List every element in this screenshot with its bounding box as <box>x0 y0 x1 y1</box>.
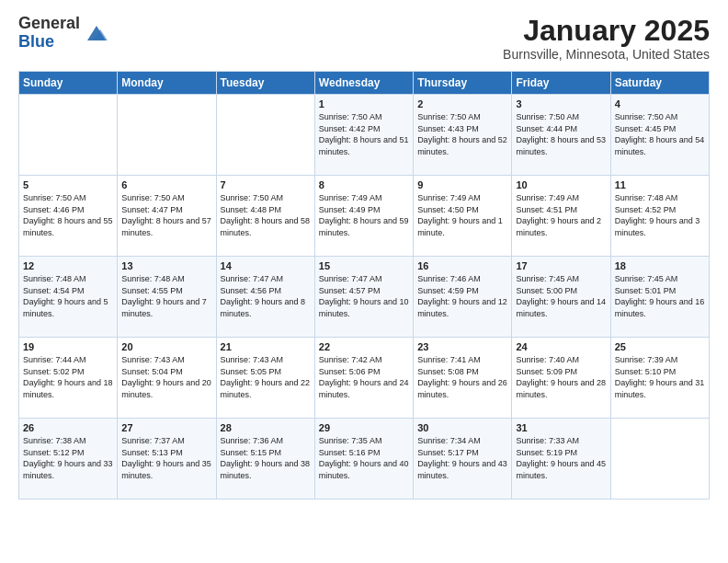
day-cell: 11Sunrise: 7:48 AM Sunset: 4:52 PM Dayli… <box>610 176 709 257</box>
day-number: 6 <box>121 179 211 190</box>
day-cell: 29Sunrise: 7:35 AM Sunset: 5:16 PM Dayli… <box>314 419 413 500</box>
week-row-1: 5Sunrise: 7:50 AM Sunset: 4:46 PM Daylig… <box>19 176 710 257</box>
day-cell <box>118 95 216 176</box>
day-cell: 13Sunrise: 7:48 AM Sunset: 4:55 PM Dayli… <box>118 257 216 338</box>
col-thursday: Thursday <box>414 72 512 95</box>
day-cell: 17Sunrise: 7:45 AM Sunset: 5:00 PM Dayli… <box>512 257 610 338</box>
day-number: 7 <box>221 179 311 190</box>
day-number: 14 <box>221 260 311 271</box>
day-cell: 14Sunrise: 7:47 AM Sunset: 4:56 PM Dayli… <box>216 257 314 338</box>
day-number: 19 <box>23 341 113 352</box>
day-info: Sunrise: 7:50 AM Sunset: 4:48 PM Dayligh… <box>221 192 311 238</box>
day-info: Sunrise: 7:49 AM Sunset: 4:51 PM Dayligh… <box>516 192 606 238</box>
day-info: Sunrise: 7:42 AM Sunset: 5:06 PM Dayligh… <box>319 354 409 400</box>
day-info: Sunrise: 7:48 AM Sunset: 4:52 PM Dayligh… <box>615 192 705 238</box>
col-saturday: Saturday <box>610 72 709 95</box>
day-number: 12 <box>23 260 113 271</box>
header-row: Sunday Monday Tuesday Wednesday Thursday… <box>19 72 710 95</box>
day-info: Sunrise: 7:47 AM Sunset: 4:57 PM Dayligh… <box>319 273 409 319</box>
day-cell: 3Sunrise: 7:50 AM Sunset: 4:44 PM Daylig… <box>512 95 610 176</box>
col-wednesday: Wednesday <box>314 72 413 95</box>
day-info: Sunrise: 7:48 AM Sunset: 4:55 PM Dayligh… <box>121 273 211 319</box>
week-row-0: 1Sunrise: 7:50 AM Sunset: 4:42 PM Daylig… <box>19 95 710 176</box>
logo-text: General Blue <box>18 15 80 52</box>
day-info: Sunrise: 7:47 AM Sunset: 4:56 PM Dayligh… <box>221 273 311 319</box>
day-info: Sunrise: 7:46 AM Sunset: 4:59 PM Dayligh… <box>417 273 507 319</box>
day-info: Sunrise: 7:49 AM Sunset: 4:49 PM Dayligh… <box>319 192 409 238</box>
calendar-header: Sunday Monday Tuesday Wednesday Thursday… <box>19 72 710 95</box>
day-number: 4 <box>615 98 705 109</box>
page-container: General Blue January 2025 Burnsville, Mi… <box>0 0 728 509</box>
day-info: Sunrise: 7:48 AM Sunset: 4:54 PM Dayligh… <box>23 273 113 319</box>
day-cell: 19Sunrise: 7:44 AM Sunset: 5:02 PM Dayli… <box>19 338 118 419</box>
day-cell: 12Sunrise: 7:48 AM Sunset: 4:54 PM Dayli… <box>19 257 118 338</box>
day-cell: 31Sunrise: 7:33 AM Sunset: 5:19 PM Dayli… <box>512 419 610 500</box>
day-number: 25 <box>615 341 705 352</box>
logo-blue: Blue <box>18 33 80 52</box>
title-block: January 2025 Burnsville, Minnesota, Unit… <box>503 15 710 62</box>
month-title: January 2025 <box>503 15 710 47</box>
calendar-body: 1Sunrise: 7:50 AM Sunset: 4:42 PM Daylig… <box>19 95 710 500</box>
day-number: 26 <box>23 422 113 433</box>
day-number: 30 <box>417 422 507 433</box>
day-cell: 20Sunrise: 7:43 AM Sunset: 5:04 PM Dayli… <box>118 338 216 419</box>
day-number: 2 <box>417 98 507 109</box>
day-info: Sunrise: 7:45 AM Sunset: 5:01 PM Dayligh… <box>615 273 705 319</box>
day-cell: 22Sunrise: 7:42 AM Sunset: 5:06 PM Dayli… <box>314 338 413 419</box>
day-cell: 28Sunrise: 7:36 AM Sunset: 5:15 PM Dayli… <box>216 419 314 500</box>
day-cell: 7Sunrise: 7:50 AM Sunset: 4:48 PM Daylig… <box>216 176 314 257</box>
day-cell: 2Sunrise: 7:50 AM Sunset: 4:43 PM Daylig… <box>414 95 512 176</box>
day-info: Sunrise: 7:45 AM Sunset: 5:00 PM Dayligh… <box>516 273 606 319</box>
day-cell: 23Sunrise: 7:41 AM Sunset: 5:08 PM Dayli… <box>414 338 512 419</box>
logo-icon <box>84 20 109 46</box>
day-cell: 21Sunrise: 7:43 AM Sunset: 5:05 PM Dayli… <box>216 338 314 419</box>
week-row-4: 26Sunrise: 7:38 AM Sunset: 5:12 PM Dayli… <box>19 419 710 500</box>
week-row-2: 12Sunrise: 7:48 AM Sunset: 4:54 PM Dayli… <box>19 257 710 338</box>
day-cell: 27Sunrise: 7:37 AM Sunset: 5:13 PM Dayli… <box>118 419 216 500</box>
col-monday: Monday <box>118 72 216 95</box>
day-number: 8 <box>319 179 409 190</box>
logo-general: General <box>18 15 80 33</box>
day-info: Sunrise: 7:34 AM Sunset: 5:17 PM Dayligh… <box>417 435 507 481</box>
day-info: Sunrise: 7:39 AM Sunset: 5:10 PM Dayligh… <box>615 354 705 400</box>
day-number: 13 <box>121 260 211 271</box>
day-info: Sunrise: 7:50 AM Sunset: 4:42 PM Dayligh… <box>319 111 409 157</box>
day-info: Sunrise: 7:43 AM Sunset: 5:05 PM Dayligh… <box>221 354 311 400</box>
day-number: 10 <box>516 179 606 190</box>
day-cell: 15Sunrise: 7:47 AM Sunset: 4:57 PM Dayli… <box>314 257 413 338</box>
col-tuesday: Tuesday <box>216 72 314 95</box>
day-info: Sunrise: 7:38 AM Sunset: 5:12 PM Dayligh… <box>23 435 113 481</box>
day-cell: 8Sunrise: 7:49 AM Sunset: 4:49 PM Daylig… <box>314 176 413 257</box>
day-number: 1 <box>319 98 409 109</box>
day-number: 20 <box>121 341 211 352</box>
day-number: 24 <box>516 341 606 352</box>
day-info: Sunrise: 7:33 AM Sunset: 5:19 PM Dayligh… <box>516 435 606 481</box>
day-cell <box>610 419 709 500</box>
day-cell: 5Sunrise: 7:50 AM Sunset: 4:46 PM Daylig… <box>19 176 118 257</box>
day-info: Sunrise: 7:50 AM Sunset: 4:46 PM Dayligh… <box>23 192 113 238</box>
calendar-table: Sunday Monday Tuesday Wednesday Thursday… <box>18 71 710 500</box>
day-info: Sunrise: 7:50 AM Sunset: 4:44 PM Dayligh… <box>516 111 606 157</box>
day-cell: 4Sunrise: 7:50 AM Sunset: 4:45 PM Daylig… <box>610 95 709 176</box>
location: Burnsville, Minnesota, United States <box>503 47 710 62</box>
day-cell <box>19 95 118 176</box>
day-info: Sunrise: 7:49 AM Sunset: 4:50 PM Dayligh… <box>417 192 507 238</box>
day-cell: 16Sunrise: 7:46 AM Sunset: 4:59 PM Dayli… <box>414 257 512 338</box>
day-number: 29 <box>319 422 409 433</box>
day-cell: 18Sunrise: 7:45 AM Sunset: 5:01 PM Dayli… <box>610 257 709 338</box>
col-friday: Friday <box>512 72 610 95</box>
week-row-3: 19Sunrise: 7:44 AM Sunset: 5:02 PM Dayli… <box>19 338 710 419</box>
day-cell: 24Sunrise: 7:40 AM Sunset: 5:09 PM Dayli… <box>512 338 610 419</box>
day-info: Sunrise: 7:50 AM Sunset: 4:47 PM Dayligh… <box>121 192 211 238</box>
day-cell: 30Sunrise: 7:34 AM Sunset: 5:17 PM Dayli… <box>414 419 512 500</box>
day-number: 15 <box>319 260 409 271</box>
logo: General Blue <box>18 15 109 52</box>
day-number: 3 <box>516 98 606 109</box>
day-number: 21 <box>221 341 311 352</box>
day-number: 17 <box>516 260 606 271</box>
day-number: 5 <box>23 179 113 190</box>
day-info: Sunrise: 7:44 AM Sunset: 5:02 PM Dayligh… <box>23 354 113 400</box>
day-info: Sunrise: 7:50 AM Sunset: 4:45 PM Dayligh… <box>615 111 705 157</box>
day-info: Sunrise: 7:35 AM Sunset: 5:16 PM Dayligh… <box>319 435 409 481</box>
day-cell: 10Sunrise: 7:49 AM Sunset: 4:51 PM Dayli… <box>512 176 610 257</box>
